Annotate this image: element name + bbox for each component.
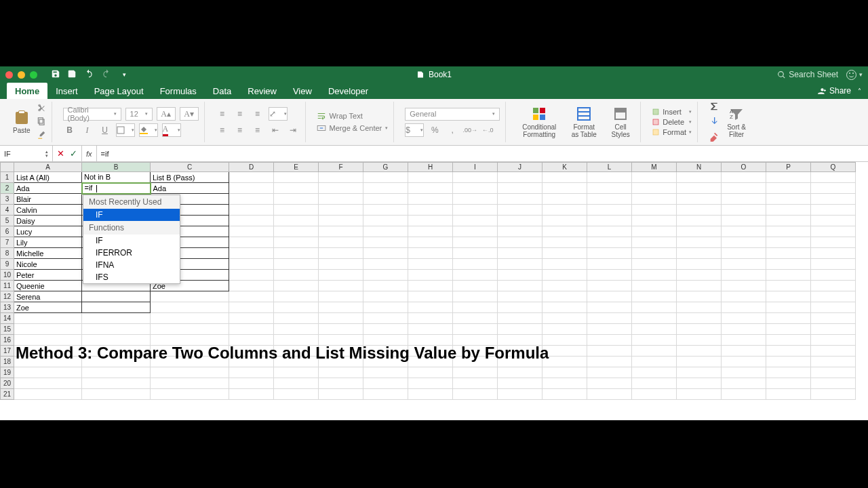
cell-I7[interactable] xyxy=(453,237,498,248)
feedback-menu-icon[interactable]: ▾ xyxy=(859,71,863,78)
ac-item-iferror[interactable]: IFERROR xyxy=(83,247,180,259)
decrease-decimal-icon[interactable]: ←.0 xyxy=(481,123,494,137)
cell-M1[interactable] xyxy=(632,172,677,183)
wrap-text-button[interactable]: Wrap Text xyxy=(317,111,389,121)
cell-H18[interactable] xyxy=(408,357,453,367)
cell-C2[interactable]: Ada xyxy=(151,183,229,194)
cell-Q1[interactable] xyxy=(811,172,856,183)
cell-O4[interactable] xyxy=(722,205,766,216)
cell-A11[interactable]: Queenie xyxy=(14,281,82,291)
cell-O18[interactable] xyxy=(722,357,766,367)
save-alt-icon[interactable] xyxy=(67,69,77,80)
insert-cells-button[interactable]: Insert▾ xyxy=(652,108,692,116)
cell-I8[interactable] xyxy=(453,248,498,259)
cell-H20[interactable] xyxy=(408,378,453,389)
cell-E16[interactable] xyxy=(274,335,319,346)
cell-E8[interactable] xyxy=(274,248,319,259)
cell-G13[interactable] xyxy=(363,302,408,313)
cell-Q11[interactable] xyxy=(811,281,856,291)
col-header-G[interactable]: G xyxy=(363,163,408,172)
cell-N14[interactable] xyxy=(677,313,722,324)
cell-I20[interactable] xyxy=(453,378,498,389)
cell-K5[interactable] xyxy=(542,216,587,226)
cell-F2[interactable] xyxy=(319,183,363,194)
cell-C12[interactable] xyxy=(151,291,229,302)
cell-styles-button[interactable]: Cell Styles xyxy=(606,106,635,139)
cell-H7[interactable] xyxy=(408,237,453,248)
tab-review[interactable]: Review xyxy=(239,83,285,99)
cell-Q10[interactable] xyxy=(811,270,856,281)
font-family-select[interactable]: Calibri (Body)▾ xyxy=(63,108,121,121)
accounting-format-icon[interactable]: $▾ xyxy=(405,123,424,137)
cell-L18[interactable] xyxy=(587,357,632,367)
cell-L8[interactable] xyxy=(587,248,632,259)
align-left-icon[interactable]: ≡ xyxy=(216,123,229,137)
cell-E20[interactable] xyxy=(274,378,319,389)
cell-F5[interactable] xyxy=(319,216,363,226)
cell-G12[interactable] xyxy=(363,291,408,302)
format-as-table-button[interactable]: Format as Table xyxy=(567,106,601,139)
cell-C18[interactable] xyxy=(151,357,229,367)
cell-Q9[interactable] xyxy=(811,259,856,270)
cell-L19[interactable] xyxy=(587,367,632,378)
maximize-window-icon[interactable] xyxy=(30,71,37,79)
cell-D12[interactable] xyxy=(229,291,274,302)
cell-H4[interactable] xyxy=(408,205,453,216)
cell-H13[interactable] xyxy=(408,302,453,313)
cell-C1[interactable]: List B (Pass) xyxy=(151,172,229,183)
cell-J14[interactable] xyxy=(498,313,542,324)
cell-P2[interactable] xyxy=(766,183,811,194)
cell-H9[interactable] xyxy=(408,259,453,270)
row-header-20[interactable]: 20 xyxy=(1,378,14,389)
ac-item-if-recent[interactable]: IF xyxy=(83,209,180,221)
cell-M7[interactable] xyxy=(632,237,677,248)
cell-D14[interactable] xyxy=(229,313,274,324)
cell-I10[interactable] xyxy=(453,270,498,281)
tab-view[interactable]: View xyxy=(285,83,320,99)
row-header-14[interactable]: 14 xyxy=(1,313,14,324)
cell-F3[interactable] xyxy=(319,194,363,205)
cell-M8[interactable] xyxy=(632,248,677,259)
cell-D10[interactable] xyxy=(229,270,274,281)
row-header-1[interactable]: 1 xyxy=(1,172,14,183)
cell-G16[interactable] xyxy=(363,335,408,346)
cell-L13[interactable] xyxy=(587,302,632,313)
cell-A21[interactable] xyxy=(14,389,82,400)
cell-G7[interactable] xyxy=(363,237,408,248)
cell-D20[interactable] xyxy=(229,378,274,389)
cell-C19[interactable] xyxy=(151,367,229,378)
cell-P6[interactable] xyxy=(766,226,811,237)
cell-Q4[interactable] xyxy=(811,205,856,216)
row-header-17[interactable]: 17 xyxy=(1,346,14,357)
cell-K2[interactable] xyxy=(542,183,587,194)
cell-E9[interactable] xyxy=(274,259,319,270)
font-color-button[interactable]: A▾ xyxy=(162,123,181,137)
fill-series-icon[interactable] xyxy=(709,116,719,128)
border-button[interactable]: ▾ xyxy=(116,123,135,137)
align-right-icon[interactable]: ≡ xyxy=(251,123,264,137)
cell-C13[interactable] xyxy=(151,302,229,313)
cell-B12[interactable] xyxy=(82,291,151,302)
cell-G11[interactable] xyxy=(363,281,408,291)
cell-P10[interactable] xyxy=(766,270,811,281)
cell-L6[interactable] xyxy=(587,226,632,237)
row-header-15[interactable]: 15 xyxy=(1,324,14,335)
row-header-13[interactable]: 13 xyxy=(1,302,14,313)
cell-O1[interactable] xyxy=(722,172,766,183)
cell-J16[interactable] xyxy=(498,335,542,346)
cell-K13[interactable] xyxy=(542,302,587,313)
col-header-P[interactable]: P xyxy=(766,163,811,172)
cell-J6[interactable] xyxy=(498,226,542,237)
cell-F11[interactable] xyxy=(319,281,363,291)
cell-I4[interactable] xyxy=(453,205,498,216)
cell-O14[interactable] xyxy=(722,313,766,324)
cell-O11[interactable] xyxy=(722,281,766,291)
cell-G19[interactable] xyxy=(363,367,408,378)
cell-N9[interactable] xyxy=(677,259,722,270)
cell-F16[interactable] xyxy=(319,335,363,346)
cell-H17[interactable] xyxy=(408,346,453,357)
cell-F12[interactable] xyxy=(319,291,363,302)
cell-E14[interactable] xyxy=(274,313,319,324)
cell-K21[interactable] xyxy=(542,389,587,400)
cell-E13[interactable] xyxy=(274,302,319,313)
